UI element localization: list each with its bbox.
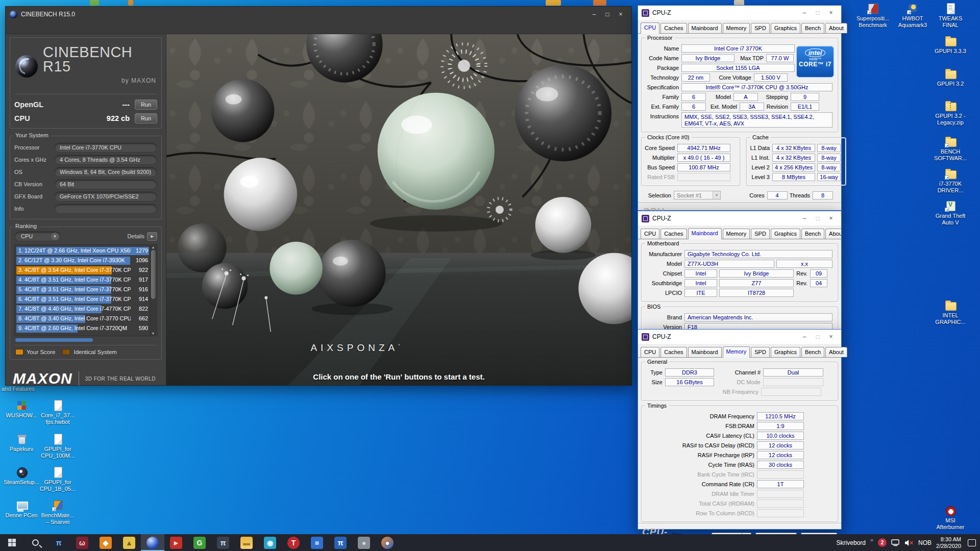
maximize-button[interactable]: □ [601, 11, 614, 18]
details-expand-button[interactable]: ▸ [147, 232, 157, 241]
close-button[interactable]: × [824, 333, 838, 340]
cpuz-tab[interactable]: Bench [801, 229, 824, 239]
cpuz-tab[interactable]: CPU [641, 229, 659, 239]
taskbar-app[interactable]: ▬ [235, 534, 258, 551]
maximize-button[interactable]: □ [811, 215, 824, 222]
maximize-button[interactable]: □ [811, 9, 824, 16]
taskbar-app[interactable]: ■ [305, 534, 329, 551]
hscrollbar-thumb[interactable] [15, 338, 93, 342]
cpuz-titlebar[interactable]: CPU-Z – □ × [638, 6, 841, 20]
cpuz-tab[interactable]: Graphics [771, 23, 800, 33]
desktop-icon[interactable]: TWEAKS FINAL [927, 3, 974, 29]
desktop-icon[interactable]: INTEL GRAPHIC... [927, 300, 974, 325]
cpuz-tab[interactable]: Caches [660, 23, 687, 33]
ranking-row[interactable]: 3. 4C/8T @ 3.54 GHz, Intel Core i7-3770K… [16, 266, 149, 276]
action-center-icon[interactable] [968, 539, 976, 546]
taskbar-app[interactable]: ω [70, 534, 94, 551]
cpuz-tab[interactable]: Memory [723, 346, 750, 358]
minimize-button[interactable]: – [798, 215, 811, 222]
ranking-row[interactable]: 5. 4C/8T @ 3.51 GHz, Intel Core i7-3770K… [16, 285, 149, 295]
scroll-down-icon[interactable]: ▼ [152, 332, 155, 335]
keyboard-language-label[interactable]: NOB [918, 539, 932, 546]
taskbar-app[interactable]: ◉ [258, 534, 282, 551]
desktop-icon[interactable]: GPUPI_for CPU_100M... [34, 434, 81, 459]
minimize-button[interactable]: – [798, 9, 811, 16]
cpuz-tab[interactable]: Bench [801, 347, 824, 357]
cpuz-tab[interactable]: Mainboard [688, 23, 722, 33]
ranking-row[interactable]: 2. 6C/12T @ 3.30 GHz, Intel Core i7-3930… [16, 256, 149, 266]
taskbar-app[interactable]: ► [164, 534, 188, 551]
network-icon[interactable] [891, 539, 900, 546]
taskbar-app[interactable]: G [188, 534, 211, 551]
minimize-button[interactable]: – [587, 11, 601, 18]
clock[interactable]: 8:30 AM 2/28/2020 [936, 536, 961, 549]
socket-selection-dropdown[interactable]: Socket #1▼ [674, 191, 721, 199]
maximize-button[interactable]: □ [811, 333, 824, 340]
cpuz-tab[interactable]: Graphics [771, 229, 800, 239]
cpuz-tab[interactable]: Bench [801, 23, 824, 33]
cpuz-titlebar[interactable]: CPU-Z – □ × [638, 211, 841, 226]
taskbar-app[interactable]: π [329, 534, 352, 551]
run-button[interactable]: Run [135, 113, 157, 123]
taskbar-app[interactable]: π [211, 534, 235, 551]
desktop-icon[interactable]: GPUPI 3.2 - Legacy.zip [927, 101, 974, 126]
cinebench-titlebar[interactable]: CINEBENCH R15.0 – □ × [6, 7, 631, 22]
taskbar-app[interactable]: ▲ [117, 534, 141, 551]
cpuz-tab[interactable]: Mainboard [688, 228, 722, 239]
ranking-hscrollbar[interactable] [15, 338, 156, 342]
cpuz-tab[interactable]: Caches [660, 229, 687, 239]
search-button[interactable] [23, 534, 47, 551]
cpuz-tab[interactable]: About [825, 23, 847, 33]
ranking-filter-dropdown[interactable]: CPU ▼ [14, 231, 61, 241]
taskbar-app[interactable]: ● [376, 534, 399, 551]
desktop-icon[interactable]: GPUPI 3.2 [927, 68, 974, 87]
menu-item[interactable] [22, 27, 31, 29]
desktop-icon[interactable]: GPUPI_for CPU_1B_05... [34, 467, 81, 492]
ranking-row[interactable]: 1. 12C/24T @ 2.66 GHz, Intel Xeon CPU X5… [16, 246, 149, 256]
ranking-row[interactable]: 7. 4C/8T @ 4.40 GHz, Intel Core i7-4770K… [16, 305, 149, 314]
cpuz-tab[interactable]: CPU [641, 347, 659, 357]
scroll-up-icon[interactable]: ▲ [152, 245, 155, 249]
volume-muted-icon[interactable] [904, 539, 914, 546]
close-button[interactable]: × [824, 215, 838, 222]
desktop-icon[interactable]: BENCH SOFTWAR... [927, 136, 974, 162]
ranking-row[interactable]: 8. 4C/8T @ 3.40 GHz, Intel Core i7-3770 … [16, 314, 149, 324]
ranking-scrollbar[interactable]: ▲ ▼ [150, 245, 156, 335]
desktop-toolbar-label[interactable]: Skrivebord [837, 539, 866, 546]
tray-expand-chevron[interactable]: » [870, 537, 873, 543]
desktop-icon[interactable]: MSI Afterburner [927, 505, 974, 531]
desktop-icon[interactable]: i7-3770K DRIVER... [927, 168, 974, 194]
taskbar-app[interactable] [141, 534, 164, 551]
ranking-list[interactable]: 1. 12C/24T @ 2.66 GHz, Intel Xeon CPU X5… [14, 244, 157, 336]
scrollbar-thumb[interactable] [151, 250, 156, 299]
ranking-row[interactable]: 9. 4C/8T @ 2.60 GHz, Intel Core i7-3720Q… [16, 324, 149, 334]
notification-badge[interactable]: 2 [878, 538, 887, 547]
menu-item[interactable] [11, 27, 20, 29]
desktop-icon[interactable]: Core_i7_37... fps.hwbot [34, 400, 81, 425]
cpuz-tab[interactable]: Caches [660, 347, 687, 357]
cpuz-tab[interactable]: Mainboard [688, 347, 722, 357]
cpuz-tab[interactable]: About [825, 347, 847, 357]
cpuz-tab[interactable]: SPD [751, 229, 770, 239]
cpuz-titlebar[interactable]: CPU-Z – □ × [638, 330, 841, 344]
cpuz-tab[interactable]: Graphics [771, 347, 800, 357]
taskbar-app[interactable]: ◆ [94, 534, 117, 551]
cpuz-tab[interactable]: About [825, 229, 842, 239]
cpuz-tab[interactable]: SPD [751, 23, 770, 33]
cpuz-tab[interactable]: Memory [723, 23, 750, 33]
taskbar-app[interactable]: ● [352, 534, 376, 551]
ranking-row[interactable]: 4. 4C/8T @ 3.51 GHz, Intel Core i7-3770K… [16, 276, 149, 285]
run-button[interactable]: Run [135, 99, 157, 110]
close-button[interactable]: × [824, 9, 838, 16]
desktop-icon[interactable]: BenchMate... – Snarvei [34, 500, 81, 525]
taskbar-app[interactable]: π [47, 534, 70, 551]
minimize-button[interactable]: – [798, 333, 811, 340]
ranking-row[interactable]: 6. 4C/8T @ 3.51 GHz, Intel Core i7-3770K… [16, 295, 149, 305]
desktop-icon[interactable]: Grand Theft Auto V [927, 201, 974, 226]
close-button[interactable]: × [614, 11, 627, 18]
start-button[interactable] [0, 534, 23, 551]
cpuz-tab[interactable]: CPU [641, 22, 659, 34]
taskbar-app[interactable]: T [282, 534, 305, 551]
desktop-icon[interactable]: GPUPI 3.3.3 [927, 36, 974, 55]
cpuz-tab[interactable]: SPD [751, 347, 770, 357]
